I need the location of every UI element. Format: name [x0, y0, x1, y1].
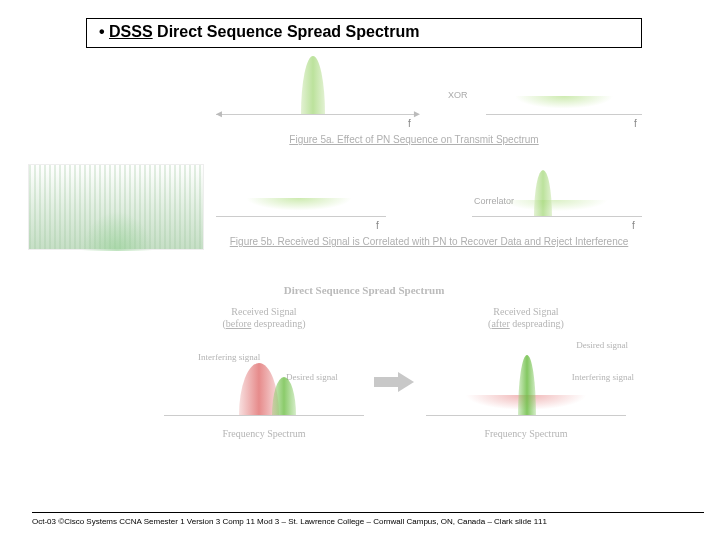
f-label-5b-left: f [376, 220, 379, 231]
axis-5b-left [216, 216, 386, 217]
after-panel-body: Desired signal Interfering signal [426, 336, 626, 426]
title-rest: Direct Sequence Spread Spectrum [153, 23, 420, 40]
tx-spread-lobe [494, 96, 634, 114]
f-label-5b-right: f [632, 220, 635, 231]
before-title: Received Signal (before despreading) [164, 306, 364, 330]
title-box: • DSSS Direct Sequence Spread Spectrum [86, 18, 642, 48]
axis-before [164, 415, 364, 416]
desired-hump-left [272, 377, 296, 415]
axis-5b-right [472, 216, 642, 217]
freq-spectrum-label-left: Frequency Spectrum [164, 428, 364, 439]
before-rest: despreading) [251, 318, 305, 329]
ds-header: Direct Sequence Spread Spectrum [86, 284, 642, 296]
figure-5a: ◄ ► f XOR f Figure 5a. Effect of PN Sequ… [86, 56, 642, 146]
before-title-line1: Received Signal [231, 306, 296, 317]
after-rest: despreading) [510, 318, 564, 329]
f-label-5a-left: f [408, 118, 411, 129]
spectrum-photo [28, 164, 204, 250]
axis-after [426, 415, 626, 416]
svg-marker-0 [374, 372, 414, 392]
title-text: • DSSS Direct Sequence Spread Spectrum [99, 23, 419, 40]
before-panel-body: Interfering signal Desired signal [164, 336, 364, 426]
slide-footer: Oct-03 ©Cisco Systems CCNA Semester 1 Ve… [32, 512, 704, 526]
arrow-right-icon: ► [412, 108, 422, 119]
after-under: after [491, 318, 509, 329]
after-despreading-panel: Received Signal (after despreading) Desi… [426, 306, 626, 439]
rx-spread-residual [480, 200, 630, 216]
rx-narrow-peak [534, 170, 552, 216]
interfering-label-right: Interfering signal [572, 372, 634, 382]
bullet: • [99, 23, 109, 40]
f-label-5a-right: f [634, 118, 637, 129]
figure-5b: f Correlator f Figure 5b. Received Signa… [216, 170, 642, 260]
figure-area: ◄ ► f XOR f Figure 5a. Effect of PN Sequ… [86, 48, 642, 488]
title-acronym: DSSS [109, 23, 153, 40]
big-arrow-icon [374, 372, 414, 392]
after-title-line1: Received Signal [493, 306, 558, 317]
desired-label-right: Desired signal [576, 340, 628, 350]
desired-label-left: Desired signal [286, 372, 338, 382]
tx-narrow-peak [301, 56, 325, 114]
rx-spread-lobe [224, 198, 374, 216]
xor-label: XOR [448, 90, 468, 100]
before-under: before [226, 318, 252, 329]
after-title: Received Signal (after despreading) [426, 306, 626, 330]
desired-hump-right [518, 355, 536, 415]
spectrum-hump [67, 195, 167, 251]
axis-5a-right [486, 114, 642, 115]
arrow-left-icon: ◄ [214, 108, 224, 119]
before-despreading-panel: Received Signal (before despreading) Int… [164, 306, 364, 439]
axis-5a-left [216, 114, 416, 115]
figure-5b-caption: Figure 5b. Received Signal is Correlated… [216, 236, 642, 247]
interfering-label-left: Interfering signal [198, 352, 260, 362]
freq-spectrum-label-right: Frequency Spectrum [426, 428, 626, 439]
figure-5a-caption: Figure 5a. Effect of PN Sequence on Tran… [204, 134, 624, 145]
